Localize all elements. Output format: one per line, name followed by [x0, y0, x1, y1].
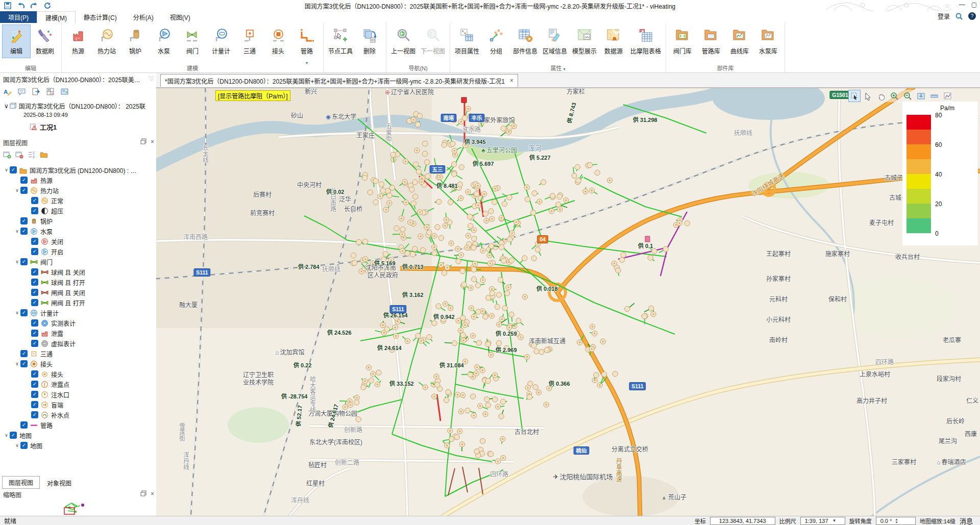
panel-view-icon[interactable] — [60, 87, 69, 96]
layer-checkbox[interactable]: ✓ — [31, 279, 38, 286]
layer-checkbox[interactable]: ✓ — [20, 442, 28, 449]
scale-select[interactable]: 1:39, 137▼ — [800, 517, 845, 525]
layer-row-14[interactable]: ∨ ✓ 计量计 — [0, 308, 156, 318]
heat-station-node[interactable] — [625, 306, 630, 311]
heat-station-node[interactable] — [456, 259, 461, 264]
layer-row-11[interactable]: ✓ 球阀 且 打开 — [0, 277, 156, 287]
layer-row-19[interactable]: ∨ ✓ 接头 — [0, 359, 156, 369]
heat-station-node[interactable] — [432, 320, 437, 326]
expand-arrow-icon[interactable]: ∨ — [3, 433, 10, 438]
ribbon-button-edit[interactable]: 编辑 — [2, 24, 31, 58]
heat-station-node[interactable] — [522, 256, 527, 261]
heat-station-node[interactable] — [483, 314, 488, 319]
heat-station-node[interactable] — [602, 372, 607, 377]
heat-station-node[interactable] — [356, 239, 361, 244]
ribbon-button-frictable[interactable]: 比摩阻表格 — [628, 24, 664, 58]
heat-station-node[interactable] — [448, 199, 453, 205]
rename-icon[interactable]: A — [3, 87, 12, 96]
heat-station-node[interactable] — [454, 435, 459, 440]
heat-station-node[interactable] — [394, 226, 399, 231]
ribbon-button-pipe[interactable]: 管路▾ — [292, 24, 321, 58]
zoom-in-tool[interactable] — [888, 90, 900, 102]
layer-row-15[interactable]: ✓ 实测表计 — [0, 318, 156, 328]
add-layer-icon[interactable] — [3, 151, 11, 159]
heat-station-node[interactable] — [390, 152, 396, 157]
heat-station-node[interactable] — [376, 370, 381, 375]
heat-station-node[interactable] — [362, 175, 367, 180]
heat-station-node[interactable] — [475, 309, 480, 314]
heat-station-node[interactable] — [509, 258, 514, 263]
layer-row-22[interactable]: ✓ 注水口 — [0, 389, 156, 399]
heat-station-node[interactable] — [663, 246, 668, 252]
heat-station-node[interactable] — [460, 333, 465, 338]
heat-station-node[interactable] — [509, 312, 514, 317]
layer-row-16[interactable]: ✓ 泄露 — [0, 328, 156, 338]
heat-station-node[interactable] — [557, 194, 562, 199]
layer-checkbox[interactable]: ✓ — [31, 330, 38, 337]
heat-station-node[interactable] — [502, 117, 507, 122]
heat-station-node[interactable] — [572, 173, 577, 178]
ribbon-button-pump[interactable]: 水泵 — [150, 24, 178, 58]
heat-station-node[interactable] — [405, 251, 410, 256]
layer-row-12[interactable]: ✓ 闸阀 且 关闭 — [0, 287, 156, 297]
heat-station-node[interactable] — [492, 199, 497, 205]
heat-station-node[interactable] — [389, 185, 395, 190]
layer-checkbox[interactable]: ✓ — [31, 381, 38, 388]
float-panel-icon[interactable] — [140, 138, 146, 147]
heat-station-node[interactable] — [652, 248, 657, 254]
ribbon-button-datasource[interactable]: 数据源 — [599, 24, 628, 58]
bottom-tab-1[interactable]: 对象视图 — [41, 477, 78, 489]
heat-station-node[interactable] — [422, 151, 427, 156]
heat-station-node[interactable] — [369, 378, 374, 383]
heat-station-node[interactable] — [435, 382, 440, 387]
heat-station-node[interactable] — [411, 201, 416, 206]
heat-station-node[interactable] — [379, 182, 384, 187]
heat-station-node[interactable] — [550, 193, 555, 198]
heat-station-node[interactable] — [352, 260, 357, 265]
remove-layer-icon[interactable] — [15, 151, 23, 159]
heat-station-node[interactable] — [516, 318, 521, 323]
heat-station-node[interactable] — [649, 306, 654, 311]
heat-station-node[interactable] — [470, 126, 475, 131]
heat-station-node[interactable] — [460, 268, 465, 273]
layer-row-18[interactable]: ✓ 三通 — [0, 348, 156, 359]
heat-station-node[interactable] — [427, 334, 432, 339]
heat-station-node[interactable] — [595, 170, 600, 175]
heat-station-node[interactable] — [351, 253, 356, 258]
heat-station-node[interactable] — [433, 165, 438, 170]
heat-station-node[interactable] — [475, 283, 480, 288]
layer-row-21[interactable]: ✓ ! 泄露点 — [0, 379, 156, 389]
heat-station-node[interactable] — [556, 202, 561, 207]
heat-station-node[interactable] — [438, 235, 444, 240]
redo-icon[interactable] — [30, 1, 39, 10]
heat-station-node[interactable] — [384, 327, 389, 332]
heat-station-node[interactable] — [535, 247, 540, 252]
heat-station-node[interactable] — [450, 141, 455, 146]
heat-station-node[interactable] — [444, 397, 449, 403]
curve-plot-tool[interactable] — [941, 90, 953, 102]
layer-row-6[interactable]: ∨ ✓ 水泵 — [0, 226, 156, 236]
export-icon[interactable] — [32, 87, 41, 96]
heat-station-node[interactable] — [383, 252, 388, 257]
layer-checkbox[interactable]: ✓ — [31, 319, 38, 327]
close-panel-icon[interactable]: × — [151, 490, 154, 499]
heat-station-node[interactable] — [504, 291, 509, 296]
layer-row-7[interactable]: ✓ 关闭 — [0, 236, 156, 246]
heat-station-node[interactable] — [504, 345, 509, 351]
layer-checkbox[interactable]: ✓ — [20, 309, 28, 316]
heat-station-node[interactable] — [373, 179, 378, 184]
expand-arrow-icon[interactable]: ∨ — [14, 443, 20, 448]
layer-row-27[interactable]: ∨ ✓ 地图 — [0, 440, 156, 451]
heat-station-node[interactable] — [457, 182, 462, 187]
heat-station-node[interactable] — [417, 113, 422, 118]
expand-arrow-icon[interactable]: ∨ — [3, 167, 10, 172]
layer-row-1[interactable]: ✓ 热源 — [0, 175, 156, 185]
expand-arrow-icon[interactable]: ∨ — [14, 229, 20, 234]
heat-station-node[interactable] — [642, 314, 647, 319]
heat-station-node[interactable] — [446, 389, 451, 394]
heat-station-node[interactable] — [575, 164, 580, 169]
expand-arrow-icon[interactable]: ∨ — [14, 310, 20, 315]
heat-station-node[interactable] — [489, 290, 495, 295]
ribbon-button-joint[interactable]: 接头 — [264, 24, 292, 58]
case-item[interactable]: 工况1 — [30, 122, 57, 132]
